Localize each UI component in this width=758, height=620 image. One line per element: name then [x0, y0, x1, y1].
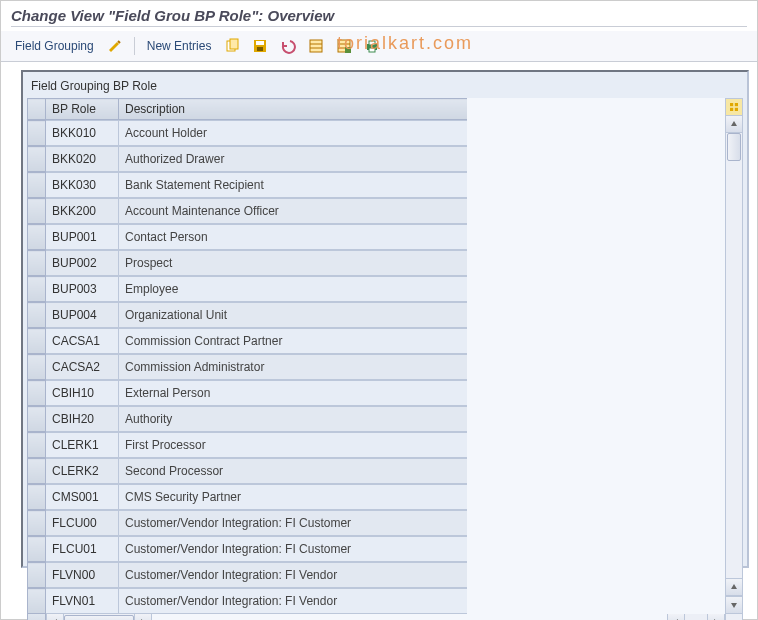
row-selector[interactable]	[28, 147, 46, 172]
cell-description[interactable]: Commission Administrator	[119, 355, 468, 380]
cell-role[interactable]: CLERK2	[46, 459, 119, 484]
cell-role[interactable]: FLCU01	[46, 537, 119, 562]
table-row[interactable]: FLVN00Customer/Vendor Integration: FI Ve…	[27, 562, 468, 588]
cell-description[interactable]: First Processor	[119, 433, 468, 458]
hscroll2-track[interactable]	[685, 614, 707, 620]
cell-role[interactable]: CMS001	[46, 485, 119, 510]
table-row[interactable]: CLERK1First Processor	[27, 432, 468, 458]
print-icon[interactable]	[361, 35, 383, 57]
row-selector[interactable]	[28, 537, 46, 562]
cell-role[interactable]: BUP001	[46, 225, 119, 250]
row-selector[interactable]	[28, 459, 46, 484]
hscroll-left-arrow-icon[interactable]	[47, 614, 64, 620]
table-row[interactable]: CBIH10External Person	[27, 380, 468, 406]
row-selector[interactable]	[28, 251, 46, 276]
row-selector[interactable]	[28, 121, 46, 146]
table-row[interactable]: CACSA2Commission Administrator	[27, 354, 468, 380]
table-row[interactable]: FLCU01Customer/Vendor Integration: FI Cu…	[27, 536, 468, 562]
table-row[interactable]: FLCU00Customer/Vendor Integration: FI Cu…	[27, 510, 468, 536]
scroll-thumb[interactable]	[727, 133, 741, 161]
row-selector[interactable]	[28, 433, 46, 458]
table-row[interactable]: CACSA1Commission Contract Partner	[27, 328, 468, 354]
save-icon[interactable]	[249, 35, 271, 57]
table-row[interactable]: BUP004Organizational Unit	[27, 302, 468, 328]
column-header-desc[interactable]: Description	[119, 99, 468, 120]
hscroll2-right-arrow-icon[interactable]	[707, 614, 724, 620]
row-selector[interactable]	[28, 485, 46, 510]
deselect-all-icon[interactable]	[333, 35, 355, 57]
cell-description[interactable]: Account Maintenance Officer	[119, 199, 468, 224]
cell-role[interactable]: BKK030	[46, 173, 119, 198]
table-row[interactable]: FLVN01Customer/Vendor Integration: FI Ve…	[27, 588, 468, 614]
row-selector[interactable]	[28, 589, 46, 614]
cell-description[interactable]: Customer/Vendor Integration: FI Vendor	[119, 589, 468, 614]
table-row[interactable]: BKK020Authorized Drawer	[27, 146, 468, 172]
row-selector[interactable]	[28, 381, 46, 406]
cell-description[interactable]: Customer/Vendor Integration: FI Customer	[119, 511, 468, 536]
cell-role[interactable]: CACSA2	[46, 355, 119, 380]
row-selector[interactable]	[28, 355, 46, 380]
table-row[interactable]: BUP002Prospect	[27, 250, 468, 276]
cell-description[interactable]: Authority	[119, 407, 468, 432]
row-selector[interactable]	[28, 225, 46, 250]
table-row[interactable]: BUP001Contact Person	[27, 224, 468, 250]
cell-description[interactable]: CMS Security Partner	[119, 485, 468, 510]
cell-role[interactable]: CLERK1	[46, 433, 119, 458]
cell-role[interactable]: BKK010	[46, 121, 119, 146]
undo-icon[interactable]	[277, 35, 299, 57]
cell-description[interactable]: Account Holder	[119, 121, 468, 146]
cell-description[interactable]: External Person	[119, 381, 468, 406]
table-row[interactable]: BKK030Bank Statement Recipient	[27, 172, 468, 198]
toggle-icon[interactable]	[104, 35, 126, 57]
cell-description[interactable]: Customer/Vendor Integration: FI Customer	[119, 537, 468, 562]
table-row[interactable]: CMS001CMS Security Partner	[27, 484, 468, 510]
row-selector[interactable]	[28, 407, 46, 432]
select-all-header[interactable]	[28, 99, 46, 120]
cell-description[interactable]: Organizational Unit	[119, 303, 468, 328]
column-header-role[interactable]: BP Role	[46, 99, 119, 120]
cell-role[interactable]: BUP003	[46, 277, 119, 302]
cell-description[interactable]: Bank Statement Recipient	[119, 173, 468, 198]
table-row[interactable]: BKK200Account Maintenance Officer	[27, 198, 468, 224]
cell-role[interactable]: CACSA1	[46, 329, 119, 354]
cell-role[interactable]: FLVN01	[46, 589, 119, 614]
copy-icon[interactable]	[221, 35, 243, 57]
table-row[interactable]: BKK010Account Holder	[27, 120, 468, 146]
cell-description[interactable]: Authorized Drawer	[119, 147, 468, 172]
hscroll-left-thumb[interactable]	[64, 615, 134, 620]
row-selector[interactable]	[28, 563, 46, 588]
table-settings-icon[interactable]	[726, 99, 742, 116]
hscroll-left-track[interactable]	[64, 614, 134, 620]
cell-role[interactable]: FLVN00	[46, 563, 119, 588]
cell-role[interactable]: CBIH10	[46, 381, 119, 406]
cell-role[interactable]: FLCU00	[46, 511, 119, 536]
cell-description[interactable]: Contact Person	[119, 225, 468, 250]
cell-description[interactable]: Prospect	[119, 251, 468, 276]
cell-description[interactable]: Customer/Vendor Integration: FI Vendor	[119, 563, 468, 588]
cell-role[interactable]: BKK020	[46, 147, 119, 172]
cell-description[interactable]: Second Processor	[119, 459, 468, 484]
row-selector[interactable]	[28, 199, 46, 224]
new-entries-button[interactable]: New Entries	[143, 37, 216, 55]
row-selector[interactable]	[28, 329, 46, 354]
cell-role[interactable]: BUP002	[46, 251, 119, 276]
hscroll-right-arrow-icon[interactable]	[134, 614, 151, 620]
select-all-icon[interactable]	[305, 35, 327, 57]
scroll-page-up-icon[interactable]	[726, 578, 742, 596]
cell-description[interactable]: Employee	[119, 277, 468, 302]
scroll-up-icon[interactable]	[726, 116, 742, 133]
cell-role[interactable]: BKK200	[46, 199, 119, 224]
row-selector[interactable]	[28, 277, 46, 302]
row-selector[interactable]	[28, 303, 46, 328]
scroll-track[interactable]	[726, 133, 742, 578]
cell-description[interactable]: Commission Contract Partner	[119, 329, 468, 354]
row-selector[interactable]	[28, 173, 46, 198]
hscroll2-left-arrow-icon[interactable]	[668, 614, 685, 620]
field-grouping-button[interactable]: Field Grouping	[11, 37, 98, 55]
table-row[interactable]: BUP003Employee	[27, 276, 468, 302]
scroll-down-icon[interactable]	[726, 596, 742, 613]
table-row[interactable]: CBIH20Authority	[27, 406, 468, 432]
cell-role[interactable]: CBIH20	[46, 407, 119, 432]
cell-role[interactable]: BUP004	[46, 303, 119, 328]
row-selector[interactable]	[28, 511, 46, 536]
